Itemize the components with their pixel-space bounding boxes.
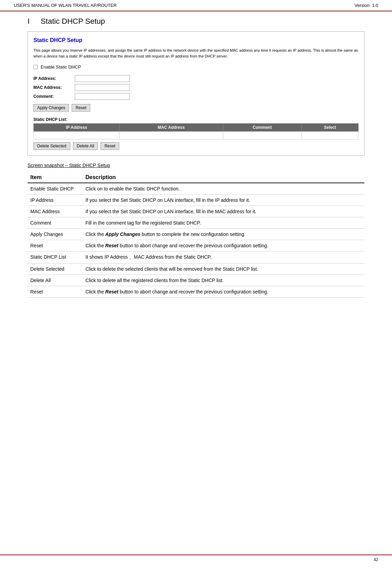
mac-address-input[interactable] (75, 84, 130, 91)
section-title-text: Static DHCP Setup (41, 17, 105, 26)
desc-table-header: Item Description (28, 172, 364, 183)
table-empty-row (34, 132, 359, 139)
item-cell: Reset (28, 240, 83, 251)
table-row: CommentFill in the comment tag for the r… (28, 217, 364, 229)
table-row: Delete SelectedClick to delete the selec… (28, 263, 364, 275)
ip-address-label: IP Address: (33, 76, 75, 81)
static-dhcp-list-label: Static DHCP List: (33, 117, 359, 122)
table-header-row: IP Address MAC Address Comment Select (34, 124, 359, 132)
page-content: I Static DHCP Setup Static DHCP Setup Th… (0, 17, 392, 298)
page-number: 42 (374, 557, 378, 562)
ui-box-title: Static DHCP Setup (33, 37, 359, 43)
desc-cell: If you select the Set Static DHCP on LAN… (83, 195, 364, 206)
comment-label: Comment: (33, 94, 75, 99)
footer-divider (0, 555, 392, 555)
comment-input[interactable] (75, 93, 130, 100)
table-row: ResetClick the Reset button to abort cha… (28, 240, 364, 251)
section-number: I (28, 17, 30, 26)
table-row: Enable Static DHCPClick on to enable the… (28, 183, 364, 195)
item-cell: Reset (28, 286, 83, 298)
desc-table-body: Enable Static DHCPClick on to enable the… (28, 183, 364, 298)
apply-button-row: Apply Changes Reset (33, 104, 359, 112)
enable-static-dhcp-checkbox[interactable] (33, 65, 38, 69)
table-row: Delete AllClick to delete all the regist… (28, 275, 364, 286)
mac-address-row: MAC Address: (33, 84, 359, 91)
col-item-header: Item (28, 172, 83, 183)
description-table: Item Description Enable Static DHCPClick… (28, 172, 364, 298)
table-row: IP AddressIf you select the Set Static D… (28, 195, 364, 206)
mac-address-label: MAC Address: (33, 85, 75, 90)
page-header: USER'S MANUAL OF WLAN TRAVEL AP/ROUTER V… (0, 0, 392, 11)
header-left: USER'S MANUAL OF WLAN TRAVEL AP/ROUTER (14, 3, 117, 8)
bottom-button-row: Delete Selected Delete All Reset (33, 142, 359, 150)
comment-row: Comment: (33, 93, 359, 100)
desc-cell: Click to delete the selected clients tha… (83, 263, 364, 275)
item-cell: Comment (28, 217, 83, 229)
reset-button[interactable]: Reset (72, 104, 90, 112)
header-right: Version: 1.0 (354, 3, 378, 8)
table-row: ResetClick the Reset button to abort cha… (28, 286, 364, 298)
desc-cell: Click on to enable the Static DHCP funct… (83, 183, 364, 195)
item-cell: Apply Changes (28, 229, 83, 240)
item-cell: IP Address (28, 195, 83, 206)
col-comment: Comment (223, 124, 301, 132)
desc-cell: Click the Reset button to abort change a… (83, 286, 364, 298)
ip-address-row: IP Address: (33, 75, 359, 82)
enable-static-dhcp-row: Enable Static DHCP (33, 64, 359, 70)
desc-cell: Fill in the comment tag for the register… (83, 217, 364, 229)
delete-all-button[interactable]: Delete All (73, 142, 98, 150)
table-row: MAC AddressIf you select the Set Static … (28, 206, 364, 217)
item-cell: Delete Selected (28, 263, 83, 275)
snapshot-title: Screen snapshot – Static DHCP Setup (28, 163, 364, 168)
item-cell: MAC Address (28, 206, 83, 217)
desc-cell: Click to delete all the registered clien… (83, 275, 364, 286)
item-cell: Delete All (28, 275, 83, 286)
col-mac-address: MAC Address (120, 124, 223, 132)
col-ip-address: IP Address (34, 124, 120, 132)
table-row: Apply ChangesClick the Apply Changes but… (28, 229, 364, 240)
delete-selected-button[interactable]: Delete Selected (33, 142, 70, 150)
desc-cell: Click the Apply Changes button to comple… (83, 229, 364, 240)
page-footer: 42 (374, 557, 378, 562)
col-desc-header: Description (83, 172, 364, 183)
desc-cell: It shows IP Address 、MAC Address from th… (83, 251, 364, 263)
item-cell: Enable Static DHCP (28, 183, 83, 195)
table-row: Static DHCP ListIt shows IP Address 、MAC… (28, 251, 364, 263)
desc-cell: Click the Reset button to abort change a… (83, 240, 364, 251)
ip-address-input[interactable] (75, 75, 130, 82)
col-select: Select (301, 124, 358, 132)
apply-changes-button[interactable]: Apply Changes (33, 104, 69, 112)
dhcp-table: IP Address MAC Address Comment Select (33, 123, 359, 139)
desc-cell: If you select the Set Static DHCP on LAN… (83, 206, 364, 217)
enable-static-dhcp-label: Enable Static DHCP (41, 64, 81, 70)
bottom-reset-button[interactable]: Reset (101, 142, 119, 150)
ui-box-description: This page allows you reserve IP addresse… (33, 48, 359, 59)
ui-box: Static DHCP Setup This page allows you r… (28, 31, 364, 156)
section-title: I Static DHCP Setup (28, 17, 364, 26)
item-cell: Static DHCP List (28, 251, 83, 263)
